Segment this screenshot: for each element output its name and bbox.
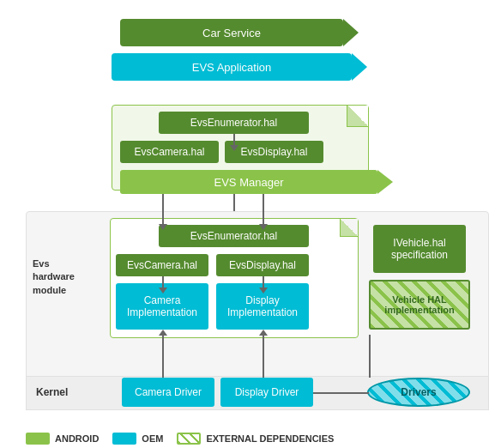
- evs-manager-label: EVS Manager: [214, 176, 284, 189]
- camera-driver-box: Camera Driver: [122, 378, 214, 407]
- evs-camera-hal-top-label: EvsCamera.hal: [134, 146, 204, 158]
- car-service-label: Car Service: [202, 27, 261, 39]
- evs-enumerator-hal-top-label: EvsEnumerator.hal: [190, 117, 277, 129]
- evs-display-hal-bottom-box: EvsDisplay.hal: [216, 254, 309, 276]
- display-implementation-label: DisplayImplementation: [227, 294, 298, 318]
- arrow-display-driver-to-impl: [263, 335, 264, 378]
- arrow-camera-hal-to-impl: [162, 276, 164, 288]
- ivehicle-box: IVehicle.halspecification: [373, 225, 466, 273]
- arrow-display-hal-top: [263, 194, 264, 225]
- legend-external: EXTERNAL DEPENDENCIES: [177, 433, 334, 445]
- legend-oem-label: OEM: [142, 433, 163, 444]
- evs-display-hal-top-box: EvsDisplay.hal: [225, 141, 323, 163]
- display-driver-label: Display Driver: [235, 386, 299, 398]
- evs-enumerator-hal-bottom-label: EvsEnumerator.hal: [190, 230, 277, 242]
- arrow-display-hal-to-impl: [263, 276, 264, 288]
- legend: ANDROID OEM EXTERNAL DEPENDENCIES: [26, 433, 334, 445]
- camera-implementation-label: CameraImplementation: [127, 294, 197, 318]
- diagram-container: Car Service EVS Application EvsEnumerato…: [0, 0, 495, 448]
- legend-android-color: [26, 433, 50, 445]
- evs-display-hal-top-label: EvsDisplay.hal: [241, 146, 308, 158]
- arrow-camera-hal-top: [162, 194, 164, 225]
- legend-external-label: EXTERNAL DEPENDENCIES: [206, 433, 334, 444]
- arrow-enum-top-to-bottom: [233, 134, 235, 146]
- arrow-camera-driver-to-impl: [162, 335, 164, 378]
- legend-oem: OEM: [112, 433, 163, 445]
- legend-android-label: ANDROID: [55, 433, 99, 444]
- evs-manager-box: EVS Manager: [120, 170, 377, 194]
- legend-external-color: [177, 433, 201, 445]
- car-service-box: Car Service: [120, 19, 343, 46]
- camera-driver-label: Camera Driver: [135, 386, 202, 398]
- vehicle-hal-box: Vehicle HALimplementation: [369, 280, 470, 330]
- ivehicle-label: IVehicle.halspecification: [391, 237, 448, 261]
- evs-camera-hal-bottom-box: EvsCamera.hal: [116, 254, 208, 276]
- evs-application-box: EVS Application: [112, 53, 352, 81]
- v-connector-right: [369, 335, 371, 378]
- evs-hardware-line1: Evshardwaremodule: [33, 258, 75, 295]
- evs-application-label: EVS Application: [192, 61, 272, 74]
- evs-camera-hal-bottom-label: EvsCamera.hal: [127, 259, 197, 271]
- legend-android: ANDROID: [26, 433, 99, 445]
- kernel-label: Kernel: [36, 386, 68, 398]
- evs-enumerator-hal-top-box: EvsEnumerator.hal: [159, 112, 309, 134]
- evs-display-hal-bottom-label: EvsDisplay.hal: [229, 259, 296, 271]
- drivers-label: Drivers: [401, 386, 436, 398]
- h-connector-bottom: [313, 392, 369, 394]
- evs-enumerator-hal-bottom-box: EvsEnumerator.hal: [159, 225, 309, 247]
- vehicle-hal-label: Vehicle HALimplementation: [384, 294, 454, 315]
- display-driver-box: Display Driver: [220, 378, 313, 407]
- evs-camera-hal-top-box: EvsCamera.hal: [120, 141, 219, 163]
- kernel-text: Kernel: [36, 386, 68, 398]
- evs-hardware-label: Evshardwaremodule: [33, 257, 101, 297]
- drivers-oval: Drivers: [367, 378, 470, 407]
- legend-oem-color: [112, 433, 136, 445]
